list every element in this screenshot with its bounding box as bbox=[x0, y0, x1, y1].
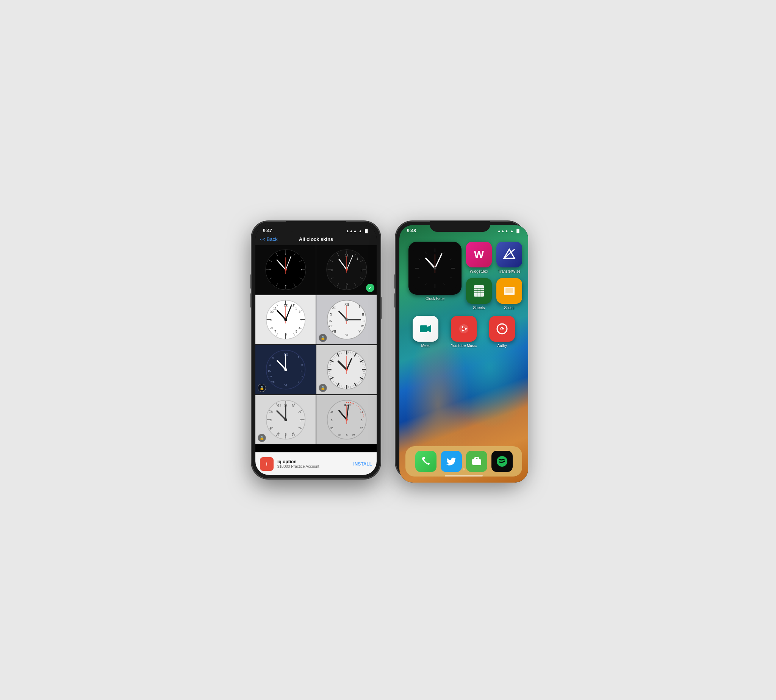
svg-text:20: 20 bbox=[360, 427, 363, 430]
ad-install-button[interactable]: INSTALL bbox=[353, 462, 372, 467]
nav-title: All clock skins bbox=[299, 237, 333, 242]
ad-banner[interactable]: i iq option $10000 Practice Account INST… bbox=[255, 452, 377, 475]
svg-text:IX: IX bbox=[268, 369, 271, 373]
phone-2-screen: 9:48 ▲▲▲ ▲ ▐▌ bbox=[399, 225, 528, 483]
clock-cell-7[interactable]: 12 3 6 9 10 11 1 2 4 5 7 8 bbox=[255, 395, 315, 444]
ad-title: iq option bbox=[277, 459, 349, 464]
sheets-logo-icon bbox=[472, 284, 486, 298]
iq-option-icon: i bbox=[263, 460, 270, 468]
svg-point-229 bbox=[345, 418, 348, 421]
slides-app-wrap[interactable]: Slides bbox=[496, 278, 522, 310]
phone-2: 9:48 ▲▲▲ ▲ ▐▌ bbox=[396, 221, 524, 479]
status-bar-2: 9:48 ▲▲▲ ▲ ▐▌ bbox=[399, 225, 528, 235]
svg-text:V: V bbox=[297, 380, 299, 383]
svg-text:6: 6 bbox=[345, 283, 347, 286]
clock-5-svg: XII III VI IX I II IV V VII VIII X XI bbox=[265, 349, 307, 390]
spotify-dock-app[interactable] bbox=[491, 451, 513, 472]
wifi-icon: ▲ bbox=[359, 229, 362, 233]
svg-text:VIII: VIII bbox=[329, 325, 334, 328]
authy-icon[interactable]: ⟳ bbox=[489, 316, 515, 342]
power-button[interactable] bbox=[380, 297, 382, 319]
signal-icon: ▲▲▲ bbox=[345, 229, 357, 233]
svg-point-106 bbox=[284, 368, 287, 371]
svg-text:6: 6 bbox=[345, 433, 347, 437]
sheets-app-wrap[interactable]: Sheets bbox=[466, 278, 492, 310]
slides-logo-icon bbox=[502, 284, 516, 298]
twitter-dock-icon[interactable] bbox=[441, 451, 462, 472]
svg-text:VII: VII bbox=[271, 380, 274, 383]
svg-text:i: i bbox=[266, 462, 267, 466]
authy-app-wrap[interactable]: ⟳ Authy bbox=[486, 316, 519, 348]
clock-cell-2[interactable]: 12 1 3 6 9 ✓ bbox=[316, 245, 377, 294]
svg-text:3: 3 bbox=[300, 418, 302, 422]
clock-cell-6[interactable]: 🔒 bbox=[316, 345, 377, 394]
status-icons-2: ▲▲▲ ▲ ▐▌ bbox=[497, 229, 521, 233]
transferwise-icon[interactable] bbox=[496, 242, 522, 267]
youtubemusic-icon[interactable] bbox=[451, 316, 477, 342]
youtubemusic-app-wrap[interactable]: YouTube Music bbox=[447, 316, 481, 348]
vol-down-button-2[interactable] bbox=[394, 293, 396, 308]
svg-text:VI: VI bbox=[284, 384, 287, 387]
slides-icon[interactable] bbox=[496, 278, 522, 304]
svg-text:III: III bbox=[361, 319, 364, 323]
wifi-icon-2: ▲ bbox=[510, 229, 514, 233]
clock-6-svg bbox=[326, 349, 367, 390]
svg-text:25: 25 bbox=[352, 434, 355, 437]
ad-text: iq option $10000 Practice Account bbox=[277, 459, 349, 468]
meet-logo-icon bbox=[418, 322, 433, 336]
spotify-dock-icon[interactable] bbox=[491, 451, 513, 472]
phone-dock-app[interactable] bbox=[415, 451, 437, 472]
widgetbox-letter: W bbox=[474, 248, 484, 261]
widgetbox-app-wrap[interactable]: W WidgetBox bbox=[466, 242, 492, 273]
svg-point-43 bbox=[345, 268, 348, 271]
clock-3-svg: 12 1 3 5 6 7 9 11 11 10 2 4 8 bbox=[265, 299, 307, 340]
svg-point-264 bbox=[462, 327, 465, 330]
clock-face-widget-wrap[interactable]: Clock Face bbox=[409, 242, 462, 310]
svg-text:VI: VI bbox=[345, 333, 348, 337]
svg-text:8: 8 bbox=[270, 427, 272, 430]
meet-app-wrap[interactable]: Meet bbox=[409, 316, 442, 348]
evernote-dock-app[interactable] bbox=[466, 451, 487, 472]
svg-text:XI: XI bbox=[332, 306, 335, 310]
widgetbox-icon[interactable]: W bbox=[466, 242, 492, 267]
nav-bar: ‹ < Back All clock skins bbox=[255, 235, 377, 245]
svg-text:9: 9 bbox=[270, 318, 272, 322]
widgetbox-label: WidgetBox bbox=[470, 269, 488, 273]
svg-text:II: II bbox=[362, 313, 364, 316]
svg-text:2: 2 bbox=[299, 310, 300, 313]
svg-text:I: I bbox=[359, 305, 360, 308]
twitter-dock-app[interactable] bbox=[441, 451, 462, 472]
clock-face-widget[interactable] bbox=[409, 242, 462, 295]
svg-text:X: X bbox=[269, 363, 271, 366]
back-button[interactable]: ‹ < Back bbox=[260, 237, 277, 242]
clock-cell-4[interactable]: XII I II III IV V VI VII VIII IX X XI bbox=[316, 295, 377, 344]
clock-cell-1[interactable] bbox=[255, 245, 315, 294]
evernote-dock-icon[interactable] bbox=[466, 451, 487, 472]
ad-subtitle: $10000 Practice Account bbox=[277, 464, 349, 468]
svg-text:XI: XI bbox=[271, 357, 274, 359]
phone-1-screen: 9:47 ▲▲▲ ▲ ▐▌ ‹ < Back All clock skins bbox=[255, 225, 377, 475]
home-content: 9:48 ▲▲▲ ▲ ▐▌ bbox=[399, 225, 528, 483]
svg-text:4: 4 bbox=[299, 327, 300, 330]
clock-cell-3[interactable]: 12 1 3 5 6 7 9 11 11 10 2 4 8 bbox=[255, 295, 315, 344]
vol-up-button[interactable] bbox=[250, 274, 252, 288]
phone-dock-icon[interactable] bbox=[415, 451, 437, 472]
svg-text:7: 7 bbox=[278, 433, 280, 437]
svg-text:35: 35 bbox=[330, 427, 334, 430]
meet-icon[interactable] bbox=[413, 316, 438, 342]
clock-cell-5[interactable]: XII III VI IX I II IV V VII VIII X XI bbox=[255, 345, 315, 394]
svg-text:III: III bbox=[300, 369, 304, 373]
svg-text:15: 15 bbox=[360, 411, 363, 413]
svg-rect-258 bbox=[506, 288, 513, 293]
svg-text:II: II bbox=[301, 363, 302, 366]
svg-text:IX: IX bbox=[329, 319, 332, 323]
sheets-icon[interactable] bbox=[466, 278, 492, 304]
transferwise-app-wrap[interactable]: TransferWise bbox=[496, 242, 522, 273]
lock-badge-5: 🔒 bbox=[258, 384, 266, 392]
vol-down-button[interactable] bbox=[250, 293, 252, 308]
vol-up-button-2[interactable] bbox=[394, 274, 396, 288]
clock-cell-8[interactable]: 12 55 60 3 6 9 15 20 25 30 35 45 bbox=[316, 395, 377, 444]
svg-point-16 bbox=[269, 269, 270, 270]
svg-text:1: 1 bbox=[292, 404, 294, 407]
svg-text:45: 45 bbox=[330, 411, 334, 413]
